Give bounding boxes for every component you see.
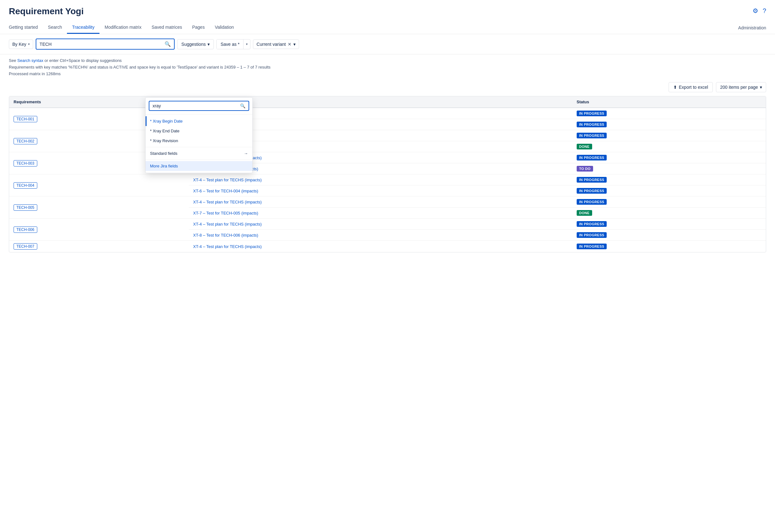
status-cell: IN PROGRESS xyxy=(572,196,766,207)
status-cell: IN PROGRESS xyxy=(572,108,766,119)
dropdown-item-xray-begin-date[interactable]: * Xray Begin Date xyxy=(146,116,252,126)
field-picker-dropdown: 🔍 * Xray Begin Date * Xray End Date * Xr… xyxy=(145,97,253,173)
nav-item-saved-matrices[interactable]: Saved matrices xyxy=(146,21,187,34)
status-badge: IN PROGRESS xyxy=(577,111,607,116)
standard-fields-label: Standard fields xyxy=(150,151,177,156)
processed-text: Processed matrix in 1268ms xyxy=(9,71,766,77)
jira-issue-cell: XT-7 – Test for TECH-005 (impacts) xyxy=(189,207,572,218)
jira-issue-cell: XT-4 – Test plan for TECHS (impacts) xyxy=(189,218,572,230)
nav-item-traceability[interactable]: Traceability xyxy=(67,21,99,34)
gear-icon[interactable]: ⚙ xyxy=(753,7,758,15)
search-input-container: 🔍 xyxy=(36,39,175,50)
nav-item-pages[interactable]: Pages xyxy=(187,21,210,34)
dropdown-more-jira-fields[interactable]: More Jira fields xyxy=(146,161,252,171)
current-variant-dropdown[interactable]: Current variant ✕ ▾ xyxy=(253,39,299,49)
table-row: TECH-006XT-4 – Test plan for TECHS (impa… xyxy=(9,218,766,230)
col-header-status: Status xyxy=(572,96,766,108)
dropdown-search-input[interactable] xyxy=(152,103,237,108)
dropdown-item-xray-revision[interactable]: * Xray Revision xyxy=(146,136,252,146)
table-row: TECH-005XT-4 – Test plan for TECHS (impa… xyxy=(9,196,766,207)
status-badge: IN PROGRESS xyxy=(577,243,607,249)
jira-issue-link[interactable]: XT-7 – Test for TECH-005 (impacts) xyxy=(193,211,258,215)
search-input[interactable] xyxy=(39,42,164,47)
requirement-cell: TECH-006 xyxy=(9,218,189,241)
table-row: TECH-007XT-4 – Test plan for TECHS (impa… xyxy=(9,241,766,252)
status-cell: DONE xyxy=(572,141,766,152)
status-badge: IN PROGRESS xyxy=(577,122,607,127)
status-badge: DONE xyxy=(577,210,592,216)
jira-issue-cell: XT-4 – Test plan for TECHS (impacts) xyxy=(189,241,572,252)
nav-item-validation[interactable]: Validation xyxy=(210,21,239,34)
requirement-badge[interactable]: TECH-006 xyxy=(14,226,37,233)
table-row: TECH-004XT-4 – Test plan for TECHS (impa… xyxy=(9,174,766,185)
search-syntax-link[interactable]: Search syntax xyxy=(17,58,43,63)
export-label: Export to excel xyxy=(679,85,708,90)
requirement-cell: TECH-004 xyxy=(9,174,189,196)
current-variant-label: Current variant xyxy=(256,42,286,47)
items-per-page-dropdown[interactable]: 200 items per page ▾ xyxy=(716,82,766,92)
by-key-label: By Key xyxy=(12,42,26,47)
requirement-badge[interactable]: TECH-007 xyxy=(14,243,37,249)
nav-item-search[interactable]: Search xyxy=(43,21,67,34)
status-badge: TO DO xyxy=(577,166,593,171)
suggestions-label: Suggestions xyxy=(181,42,206,47)
status-cell: IN PROGRESS xyxy=(572,174,766,185)
suggestions-button[interactable]: Suggestions ▾ xyxy=(177,39,214,49)
results-text: Requirements with key matches '%TECH%' a… xyxy=(9,64,766,71)
export-to-excel-button[interactable]: ⬆ Export to excel xyxy=(669,82,713,92)
jira-issue-link[interactable]: XT-6 – Test for TECH-004 (impacts) xyxy=(193,188,258,193)
status-badge: IN PROGRESS xyxy=(577,199,607,205)
nav-item-administration[interactable]: Administration xyxy=(738,22,766,33)
requirement-badge[interactable]: TECH-002 xyxy=(14,138,37,144)
dropdown-standard-fields[interactable]: Standard fields → xyxy=(146,148,252,158)
nav-item-modification-matrix[interactable]: Modification matrix xyxy=(99,21,146,34)
status-badge: IN PROGRESS xyxy=(577,155,607,160)
status-cell: IN PROGRESS xyxy=(572,218,766,230)
status-cell: IN PROGRESS xyxy=(572,152,766,163)
requirement-badge[interactable]: TECH-005 xyxy=(14,204,37,211)
requirement-badge[interactable]: TECH-004 xyxy=(14,182,37,188)
export-icon: ⬆ xyxy=(673,85,677,90)
chevron-down-icon: ▾ xyxy=(28,42,30,46)
save-as-group: Save as * ▾ xyxy=(216,39,250,49)
status-badge: IN PROGRESS xyxy=(577,221,607,227)
results-toolbar: ⬆ Export to excel 200 items per page ▾ xyxy=(9,78,766,96)
save-as-button[interactable]: Save as * xyxy=(217,39,243,49)
requirement-badge[interactable]: TECH-001 xyxy=(14,116,37,122)
status-cell: IN PROGRESS xyxy=(572,241,766,252)
status-cell: TO DO xyxy=(572,163,766,174)
chevron-down-icon: ▾ xyxy=(760,85,762,90)
jira-issue-cell: XT-6 – Test for TECH-004 (impacts) xyxy=(189,185,572,196)
requirement-cell: TECH-007 xyxy=(9,241,189,252)
close-icon[interactable]: ✕ xyxy=(288,42,291,47)
status-cell: IN PROGRESS xyxy=(572,230,766,241)
info-bar: See Search syntax or enter Ctrl+Space to… xyxy=(0,54,775,78)
requirement-cell: TECH-005 xyxy=(9,196,189,218)
main-nav: Getting started Search Traceability Modi… xyxy=(9,21,766,34)
table-row: TECH-001XT-2 – Test for ...IN PROGRESS xyxy=(9,108,766,119)
status-badge: IN PROGRESS xyxy=(577,177,607,182)
status-cell: IN PROGRESS xyxy=(572,119,766,130)
status-cell: IN PROGRESS xyxy=(572,130,766,141)
help-icon[interactable]: ? xyxy=(763,7,766,15)
requirement-badge[interactable]: TECH-003 xyxy=(14,160,37,166)
jira-issue-link[interactable]: XT-8 – Test for TECH-006 (impacts) xyxy=(193,233,258,237)
search-icon: 🔍 xyxy=(240,103,245,108)
jira-issue-cell: XT-4 – Test plan for TECHS (impacts) xyxy=(189,174,572,185)
by-key-dropdown[interactable]: By Key ▾ xyxy=(9,39,33,49)
jira-issue-link[interactable]: XT-4 – Test plan for TECHS (impacts) xyxy=(193,200,262,204)
save-as-chevron-button[interactable]: ▾ xyxy=(243,40,250,48)
jira-issue-link[interactable]: XT-4 – Test plan for TECHS (impacts) xyxy=(193,244,262,249)
status-badge: IN PROGRESS xyxy=(577,188,607,194)
dropdown-divider-2 xyxy=(146,159,252,160)
search-icon: 🔍 xyxy=(164,41,171,47)
chevron-down-icon: ▾ xyxy=(293,42,295,47)
table-row: TECH-003XT-4 – Test plan for TECHS (impa… xyxy=(9,152,766,163)
main-content: ⬆ Export to excel 200 items per page ▾ 🔍… xyxy=(0,78,775,252)
jira-issue-link[interactable]: XT-4 – Test plan for TECHS (impacts) xyxy=(193,177,262,182)
arrow-icon: → xyxy=(244,151,248,156)
jira-issue-link[interactable]: XT-4 – Test plan for TECHS (impacts) xyxy=(193,222,262,226)
status-badge: IN PROGRESS xyxy=(577,232,607,238)
nav-item-getting-started[interactable]: Getting started xyxy=(9,21,43,34)
dropdown-item-xray-end-date[interactable]: * Xray End Date xyxy=(146,126,252,136)
